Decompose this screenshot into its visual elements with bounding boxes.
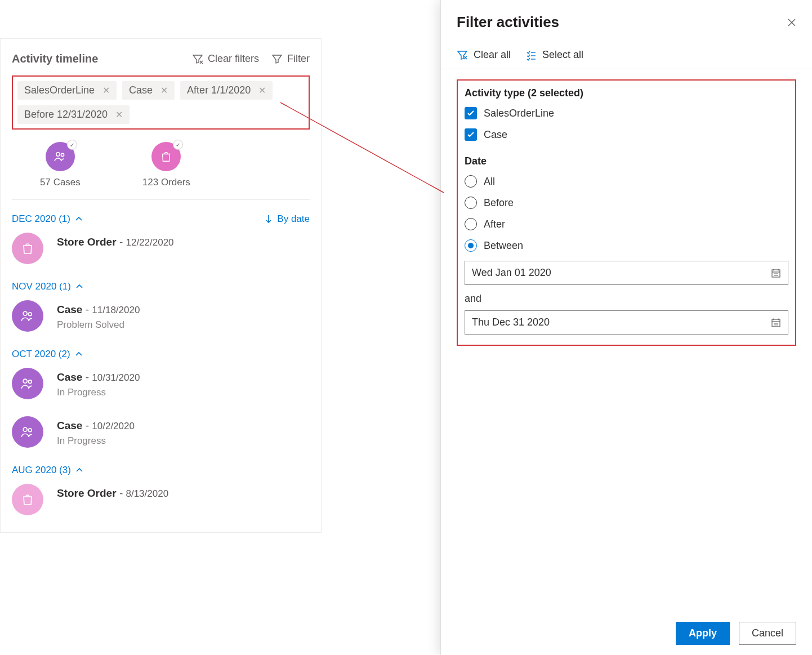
radio-after[interactable]: After (465, 218, 788, 230)
radio-all[interactable]: All (465, 175, 788, 188)
activity-timeline-panel: Activity timeline Clear filters Filter S… (0, 38, 322, 533)
close-button[interactable] (787, 18, 796, 27)
radio-icon (465, 175, 477, 188)
people-icon (20, 309, 35, 323)
chevron-up-icon (75, 283, 83, 291)
checkbox-case[interactable]: Case (465, 128, 788, 141)
check-icon: ✓ (67, 140, 77, 150)
filter-button[interactable]: Filter (271, 53, 310, 65)
svg-point-5 (29, 313, 32, 316)
select-all-button[interactable]: Select all (525, 49, 583, 61)
radio-icon (465, 218, 477, 230)
summary-orders[interactable]: ✓ 123 Orders (142, 142, 190, 188)
timeline-item[interactable]: Case - 10/31/2020 In Progress (12, 368, 310, 399)
group-toggle[interactable]: AUG 2020 (3) (12, 465, 83, 476)
svg-point-3 (61, 153, 64, 156)
svg-point-7 (29, 380, 32, 384)
chip-remove-icon[interactable]: ✕ (258, 85, 266, 96)
people-icon (20, 376, 35, 391)
shopping-bag-icon (160, 150, 172, 163)
shopping-bag-icon (21, 242, 34, 255)
checkbox-icon (465, 107, 477, 119)
timeline-item[interactable]: Store Order - 8/13/2020 (12, 484, 310, 515)
svg-point-8 (23, 427, 27, 431)
filter-icon (271, 54, 283, 65)
summary-cases[interactable]: ✓ 57 Cases (40, 142, 81, 188)
chevron-up-icon (75, 466, 83, 474)
calendar-icon (771, 268, 781, 278)
group-toggle[interactable]: OCT 2020 (2) (12, 349, 83, 360)
panel-title: Filter activities (457, 14, 559, 31)
timeline-item[interactable]: Case - 10/2/2020 In Progress (12, 416, 310, 448)
activity-type-heading: Activity type (2 selected) (465, 87, 788, 99)
filter-chip: Before 12/31/2020✕ (17, 105, 130, 124)
arrow-down-icon (265, 214, 273, 224)
radio-icon (465, 197, 477, 209)
close-icon (787, 18, 796, 27)
radio-icon (465, 239, 477, 252)
cancel-button[interactable]: Cancel (739, 622, 796, 645)
group-toggle[interactable]: NOV 2020 (1) (12, 281, 83, 292)
shopping-bag-icon (21, 493, 34, 506)
radio-before[interactable]: Before (465, 197, 788, 209)
svg-point-2 (56, 153, 60, 156)
chip-remove-icon[interactable]: ✕ (160, 85, 168, 96)
clear-filters-button[interactable]: Clear filters (192, 53, 259, 65)
summary-cases-label: 57 Cases (40, 177, 81, 188)
chevron-up-icon (75, 215, 83, 223)
filter-label: Filter (287, 53, 310, 65)
filter-activities-panel: Filter activities Clear all Select all A… (440, 0, 812, 655)
filter-clear-icon (457, 50, 468, 61)
filter-chip: Case✕ (122, 81, 175, 100)
filter-chip: After 1/1/2020✕ (180, 81, 273, 100)
chip-remove-icon[interactable]: ✕ (102, 85, 110, 96)
date-from-input[interactable]: Wed Jan 01 2020 (465, 261, 788, 285)
check-icon: ✓ (173, 140, 183, 150)
clear-filters-label: Clear filters (208, 53, 259, 65)
filter-clear-icon (192, 54, 203, 65)
chip-remove-icon[interactable]: ✕ (115, 109, 123, 120)
group-toggle[interactable]: DEC 2020 (1) (12, 213, 83, 225)
svg-point-6 (23, 379, 27, 383)
sort-by-button[interactable]: By date (265, 213, 310, 225)
select-all-icon (525, 50, 537, 61)
svg-point-9 (29, 429, 32, 432)
checkbox-salesorderline[interactable]: SalesOrderLine (465, 107, 788, 119)
filter-chip: SalesOrderLine✕ (17, 81, 117, 100)
radio-between[interactable]: Between (465, 239, 788, 252)
timeline-item[interactable]: Store Order - 12/22/2020 (12, 233, 310, 264)
svg-point-4 (23, 311, 27, 315)
calendar-icon (771, 318, 781, 328)
date-to-input[interactable]: Thu Dec 31 2020 (465, 310, 788, 335)
people-icon (53, 150, 67, 163)
timeline-title: Activity timeline (12, 52, 98, 65)
and-label: and (465, 293, 788, 305)
timeline-item[interactable]: Case - 11/18/2020 Problem Solved (12, 300, 310, 332)
filter-settings-highlight: Activity type (2 selected) SalesOrderLin… (457, 79, 796, 346)
filter-chips-container: SalesOrderLine✕ Case✕ After 1/1/2020✕ Be… (12, 75, 310, 130)
date-heading: Date (465, 155, 788, 167)
chevron-up-icon (75, 350, 83, 358)
clear-all-button[interactable]: Clear all (457, 49, 511, 61)
apply-button[interactable]: Apply (676, 622, 730, 645)
checkbox-icon (465, 128, 477, 141)
people-icon (20, 425, 35, 439)
summary-orders-label: 123 Orders (142, 177, 190, 188)
